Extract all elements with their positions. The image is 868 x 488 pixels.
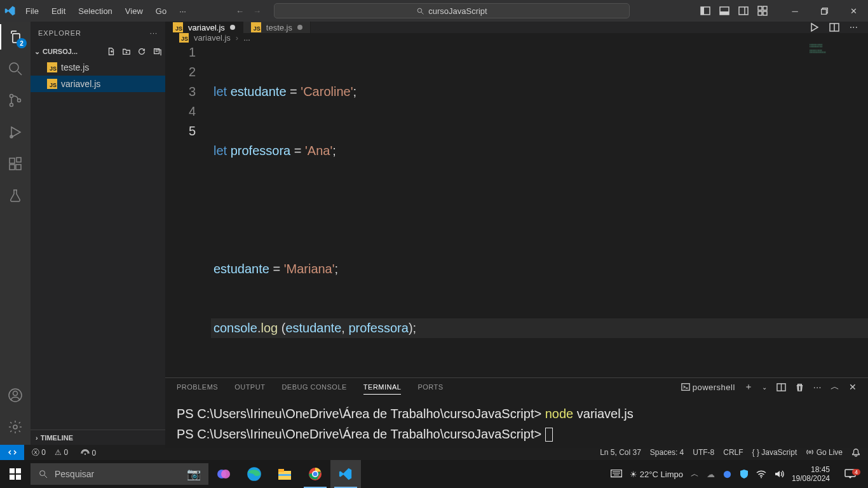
start-button[interactable]: [0, 460, 31, 488]
tray-volume-icon[interactable]: [774, 470, 784, 478]
activity-account-icon[interactable]: [0, 385, 31, 405]
activity-explorer-icon[interactable]: 2: [0, 27, 31, 47]
windows-taskbar: Pesquisar 📷 ☀ 22°C Limpo ︿ ☁ 18:4519/08/…: [0, 460, 868, 488]
split-editor-icon[interactable]: [829, 22, 839, 32]
status-errors[interactable]: ⓧ 0: [32, 447, 46, 458]
run-file-icon[interactable]: [809, 22, 819, 32]
windows-search[interactable]: Pesquisar 📷: [31, 463, 208, 485]
explorer-more-icon[interactable]: ···: [150, 29, 158, 37]
menu-file[interactable]: File: [20, 4, 44, 18]
tray-security-icon[interactable]: [740, 469, 749, 479]
svg-point-25: [13, 391, 18, 396]
search-icon: [38, 469, 48, 479]
new-folder-icon[interactable]: [122, 47, 131, 56]
tray-chevron-icon[interactable]: ︿: [691, 468, 699, 480]
status-ports[interactable]: 0: [81, 448, 96, 458]
activity-settings-icon[interactable]: [0, 417, 31, 437]
window-close[interactable]: ✕: [839, 0, 868, 22]
panel-tab-debug[interactable]: DEBUG CONSOLE: [281, 383, 346, 395]
activity-source-control-icon[interactable]: [0, 90, 31, 111]
panel-tab-output[interactable]: OUTPUT: [234, 383, 265, 395]
menu-more[interactable]: ···: [174, 4, 191, 18]
taskbar-edge-icon[interactable]: [239, 460, 269, 488]
collapse-all-icon[interactable]: [153, 47, 161, 56]
menu-view[interactable]: View: [120, 4, 148, 18]
camera-icon[interactable]: 📷: [187, 467, 201, 481]
terminal-content[interactable]: PS C:\Users\Irineu\OneDrive\Área de Trab…: [165, 400, 868, 448]
layout-toggle-right-icon[interactable]: [738, 6, 749, 16]
status-notifications-icon[interactable]: [851, 448, 860, 457]
activity-run-debug-icon[interactable]: [0, 122, 31, 142]
svg-rect-12: [763, 11, 767, 15]
refresh-icon[interactable]: [137, 47, 146, 56]
tray-wifi-icon[interactable]: [756, 470, 766, 478]
dirty-indicator-icon: [297, 25, 302, 30]
layout-toggle-bottom-icon[interactable]: [719, 6, 729, 16]
panel-tab-problems[interactable]: PROBLEMS: [177, 383, 218, 395]
explorer-badge: 2: [17, 38, 27, 48]
menu-selection[interactable]: Selection: [73, 4, 117, 18]
code-editor[interactable]: 12345 let estudante = 'Caroline'; let pr…: [165, 43, 868, 377]
js-file-icon: JS: [251, 22, 261, 32]
taskbar-vscode-icon[interactable]: [330, 460, 361, 488]
layout-toggle-left-icon[interactable]: [700, 6, 710, 16]
status-encoding[interactable]: UTF-8: [693, 448, 714, 457]
sidebar-explorer: EXPLORER ··· ⌄ CURSOJ... JS teste.js JS …: [31, 22, 165, 445]
editor-tab[interactable]: JS variavel.js: [165, 22, 243, 33]
activity-testing-icon[interactable]: [0, 186, 31, 206]
svg-point-16: [10, 95, 13, 98]
kill-terminal-icon[interactable]: [795, 383, 804, 396]
taskbar-file-explorer-icon[interactable]: [269, 460, 300, 488]
layout-customize-icon[interactable]: [757, 6, 768, 16]
nav-forward-icon[interactable]: →: [253, 6, 261, 16]
status-golive[interactable]: Go Live: [806, 448, 843, 457]
code-content[interactable]: let estudante = 'Caroline'; let professo…: [211, 43, 868, 377]
nav-back-icon[interactable]: ←: [236, 6, 244, 16]
editor-tab[interactable]: JS teste.js: [243, 22, 311, 33]
breadcrumb[interactable]: JS variavel.js › ...: [165, 33, 868, 43]
timeline-section[interactable]: › TIMELINE: [31, 430, 165, 445]
file-item[interactable]: JS variavel.js: [31, 76, 165, 92]
new-file-icon[interactable]: [107, 47, 116, 56]
panel-more-icon[interactable]: ···: [813, 382, 822, 396]
panel-tab-ports[interactable]: PORTS: [417, 383, 443, 395]
js-file-icon: JS: [179, 33, 189, 43]
svg-rect-21: [10, 165, 15, 170]
maximize-panel-icon[interactable]: ︿: [831, 381, 840, 396]
command-center[interactable]: cursoJavaScript: [274, 3, 630, 18]
terminal-dropdown-icon[interactable]: ⌄: [762, 384, 768, 395]
activity-search-icon[interactable]: [0, 58, 31, 79]
status-eol[interactable]: CRLF: [723, 448, 743, 457]
window-minimize[interactable]: ─: [780, 0, 810, 22]
status-lncol[interactable]: Ln 5, Col 37: [600, 448, 641, 457]
file-item[interactable]: JS teste.js: [31, 59, 165, 76]
tray-meet-icon[interactable]: [722, 470, 732, 479]
status-warnings[interactable]: ⚠ 0: [55, 448, 68, 457]
svg-point-49: [313, 472, 318, 477]
activity-bar: 2: [0, 22, 31, 445]
panel-tab-terminal[interactable]: TERMINAL: [363, 383, 402, 395]
taskbar-copilot-icon[interactable]: [208, 460, 239, 488]
tray-clock[interactable]: 18:4519/08/2024: [792, 465, 830, 483]
remote-indicator[interactable]: [0, 445, 24, 460]
status-spaces[interactable]: Spaces: 4: [650, 448, 684, 457]
activity-extensions-icon[interactable]: [0, 154, 31, 174]
close-panel-icon[interactable]: ✕: [849, 382, 857, 396]
terminal-profile[interactable]: powershell: [681, 383, 735, 396]
svg-point-0: [417, 8, 422, 13]
tray-notifications[interactable]: 4: [837, 469, 863, 479]
taskbar-chrome-icon[interactable]: [300, 460, 330, 488]
svg-rect-11: [758, 11, 762, 15]
svg-line-1: [421, 12, 423, 14]
tab-more-icon[interactable]: ···: [850, 22, 858, 33]
folder-header[interactable]: ⌄ CURSOJ...: [31, 44, 165, 59]
window-maximize[interactable]: [810, 0, 839, 22]
new-terminal-icon[interactable]: ＋: [744, 381, 754, 396]
split-terminal-icon[interactable]: [776, 383, 786, 396]
tray-onedrive-icon[interactable]: ☁: [707, 470, 715, 479]
menu-go[interactable]: Go: [151, 4, 172, 18]
tray-weather[interactable]: ☀ 22°C Limpo: [630, 470, 683, 479]
status-language[interactable]: { } JavaScript: [752, 448, 797, 457]
menu-edit[interactable]: Edit: [46, 4, 71, 18]
tray-keyboard-icon[interactable]: [611, 470, 622, 478]
